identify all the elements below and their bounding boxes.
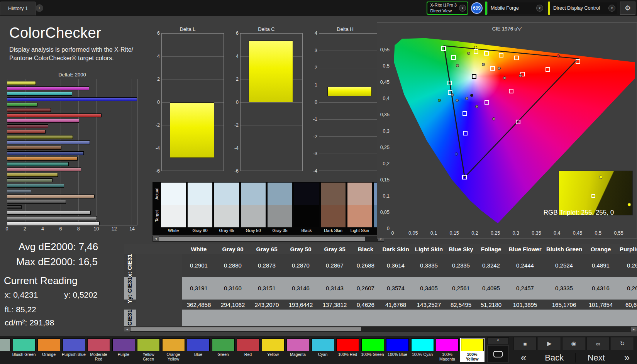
- axis-tick-label: 0,55: [614, 230, 623, 236]
- swatch-scrollbar[interactable]: ◄ ►: [152, 236, 384, 242]
- chevron-down-icon[interactable]: ▾: [536, 5, 543, 12]
- column-header: White: [182, 244, 216, 254]
- patch-button[interactable]: 100% Blue: [385, 338, 410, 362]
- chevron-down-icon[interactable]: ▾: [608, 5, 615, 12]
- next-chevron-icon[interactable]: »: [617, 352, 637, 364]
- scrollbar-thumb[interactable]: [159, 237, 365, 241]
- inset-target-marker: [591, 194, 595, 198]
- patch-button[interactable]: Blue: [186, 338, 210, 362]
- swatch-column: White: [161, 183, 186, 234]
- gridline: [319, 102, 381, 103]
- stop-icon[interactable]: ■: [513, 337, 537, 350]
- source-dropdown[interactable]: Mobile Forge ▾: [485, 2, 545, 15]
- cell-value: 0,3143: [318, 277, 352, 300]
- column-header: [124, 244, 182, 254]
- deltae-bar: [7, 157, 78, 161]
- patch-button[interactable]: Bluish Green: [12, 338, 36, 362]
- patch-button[interactable]: Yellow Green: [136, 338, 161, 362]
- back-button[interactable]: Back: [534, 353, 575, 363]
- play-icon[interactable]: ▶: [538, 337, 561, 350]
- record-icon[interactable]: ◉: [562, 337, 585, 350]
- cell-value: 60,6977: [617, 300, 637, 310]
- next-button[interactable]: Next: [576, 353, 617, 363]
- deltae-bar: [7, 216, 97, 220]
- swatch-label: Gray 65: [214, 227, 239, 234]
- axis-tick-label: 10: [94, 226, 99, 232]
- back-chevron-icon[interactable]: «: [513, 352, 534, 364]
- patch-button[interactable]: 100% Green: [361, 338, 385, 362]
- delta-bar: [249, 41, 293, 102]
- patch-button[interactable]: 100% Red: [335, 338, 360, 362]
- axis-tick-label: 0: [315, 100, 317, 105]
- patch-label: Yellow Green: [137, 352, 161, 362]
- patch-button[interactable]: 100% Cyan: [410, 338, 435, 362]
- display-control-dropdown[interactable]: Direct Display Control ▾: [548, 2, 617, 15]
- cell-value: 0,2688: [352, 254, 379, 277]
- axis-tick-label: 2: [24, 226, 26, 232]
- inset-measured-point: [599, 175, 603, 179]
- patch-swatch: [162, 339, 185, 351]
- patch-button[interactable]: Purple: [112, 338, 136, 362]
- scroll-left-icon[interactable]: ◄: [153, 236, 159, 241]
- cie-target-marker: [474, 49, 478, 54]
- axis-tick-label: -4: [313, 168, 317, 174]
- patch-button[interactable]: [0, 338, 11, 362]
- cell-value: 0,3127: [182, 310, 216, 326]
- axis-tick-label: 0,15: [380, 177, 390, 183]
- history-tab[interactable]: History 1: [0, 2, 36, 15]
- meter-dropdown[interactable]: X-Rite i1Pro 3 Direct View ▾: [427, 2, 468, 15]
- cell-value: 0,2870: [284, 254, 318, 277]
- scrollbar-track[interactable]: [130, 327, 631, 332]
- chevron-down-icon[interactable]: ▾: [459, 5, 466, 12]
- patch-button[interactable]: Red: [236, 338, 260, 362]
- patch-button[interactable]: Moderate Red: [86, 338, 111, 362]
- cie-target-marker: [463, 111, 467, 116]
- axis-tick-label: 6: [59, 226, 62, 232]
- column-header: Foliage: [476, 244, 506, 254]
- link-icon[interactable]: ∞: [586, 337, 610, 350]
- cell-value: 0,2561: [446, 277, 476, 300]
- patch-button[interactable]: 100% Magenta: [435, 338, 459, 362]
- column-header: Gray 65: [250, 244, 284, 254]
- patch-button[interactable]: Orange Yellow: [161, 338, 186, 362]
- patch-button[interactable]: 100% Yellow: [460, 338, 485, 362]
- patch-button[interactable]: Magenta: [286, 338, 310, 362]
- axis-tick-label: 0,45: [573, 230, 582, 236]
- cell-value: 82,5495: [446, 300, 476, 310]
- patch-button[interactable]: Purplish Blue: [62, 338, 86, 362]
- scroll-left-icon[interactable]: ◄: [124, 327, 130, 332]
- scroll-right-icon[interactable]: ►: [631, 327, 637, 332]
- axis-tick-label: 6: [236, 30, 239, 36]
- add-tab-button[interactable]: +: [36, 4, 43, 12]
- refresh-icon[interactable]: ↻: [611, 337, 634, 350]
- axis-tick-label: 0,4: [383, 96, 390, 101]
- patch-swatch: [361, 339, 384, 351]
- deltae-bar: [7, 130, 46, 134]
- scrollbar-thumb[interactable]: [130, 327, 361, 331]
- scrollbar-track[interactable]: [159, 236, 378, 241]
- axis-tick-label: 0,1: [383, 193, 390, 199]
- cell-value: 0,2457: [506, 277, 544, 300]
- axis-tick-label: 0,4: [554, 230, 560, 236]
- cie-measured-point: [451, 93, 454, 97]
- cell-value: 0,3405: [412, 277, 446, 300]
- swatch-label: Light Skin: [347, 227, 372, 234]
- table-scrollbar[interactable]: ◄ ►: [124, 327, 637, 332]
- cell-value: 193,6442: [284, 300, 318, 310]
- deltae-bar: [7, 119, 79, 123]
- patch-button[interactable]: Yellow: [261, 338, 285, 362]
- patch-button[interactable]: Green: [211, 338, 235, 362]
- collapse-icon[interactable]: ^: [487, 337, 509, 344]
- max-de2000: Max dE2000: 16,5: [16, 256, 98, 268]
- patch-button[interactable]: Cyan: [311, 338, 335, 362]
- patch-bar: Bluish GreenOrangePurplish BlueModerate …: [0, 338, 485, 362]
- meter-mode: Direct View: [430, 8, 457, 14]
- axis-tick-label: 0,2: [383, 161, 390, 166]
- swatch-label: Gray 35: [268, 227, 292, 234]
- gridline: [162, 79, 224, 80]
- chart-title: Delta H: [309, 26, 381, 32]
- gear-icon[interactable]: ⚙: [620, 2, 635, 15]
- pattern-window-button[interactable]: [487, 345, 509, 362]
- patch-button[interactable]: Orange: [37, 338, 61, 362]
- cie-measured-point: [474, 46, 477, 49]
